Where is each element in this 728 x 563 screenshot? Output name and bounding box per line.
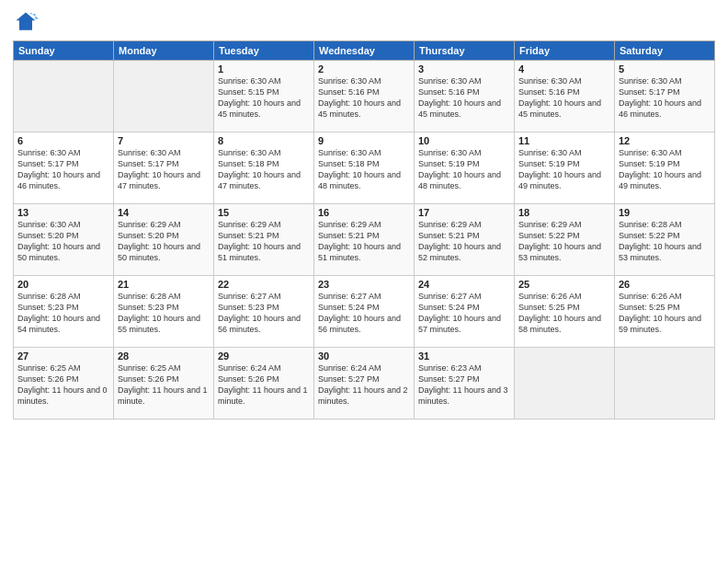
calendar-cell: 19Sunrise: 6:28 AM Sunset: 5:22 PM Dayli…	[615, 204, 715, 276]
calendar-cell: 22Sunrise: 6:27 AM Sunset: 5:23 PM Dayli…	[214, 276, 314, 348]
day-info: Sunrise: 6:30 AM Sunset: 5:19 PM Dayligh…	[518, 147, 610, 192]
day-info: Sunrise: 6:25 AM Sunset: 5:26 PM Dayligh…	[17, 362, 109, 408]
calendar-cell: 14Sunrise: 6:29 AM Sunset: 5:20 PM Dayli…	[114, 204, 214, 276]
day-info: Sunrise: 6:30 AM Sunset: 5:18 PM Dayligh…	[218, 147, 310, 192]
day-number: 5	[619, 63, 711, 75]
day-number: 4	[518, 63, 610, 75]
calendar-week-row: 27Sunrise: 6:25 AM Sunset: 5:26 PM Dayli…	[14, 348, 715, 419]
weekday-header: Monday	[114, 41, 214, 61]
calendar-cell: 31Sunrise: 6:23 AM Sunset: 5:27 PM Dayli…	[415, 348, 515, 419]
day-number: 24	[418, 279, 510, 290]
day-info: Sunrise: 6:26 AM Sunset: 5:25 PM Dayligh…	[619, 291, 711, 336]
day-number: 8	[218, 135, 310, 146]
day-number: 31	[418, 350, 510, 362]
calendar-cell: 8Sunrise: 6:30 AM Sunset: 5:18 PM Daylig…	[214, 132, 314, 204]
calendar-cell: 30Sunrise: 6:24 AM Sunset: 5:27 PM Dayli…	[314, 348, 415, 419]
calendar-cell: 5Sunrise: 6:30 AM Sunset: 5:17 PM Daylig…	[615, 61, 715, 132]
day-info: Sunrise: 6:30 AM Sunset: 5:16 PM Dayligh…	[418, 75, 510, 121]
calendar-cell: 18Sunrise: 6:29 AM Sunset: 5:22 PM Dayli…	[515, 204, 615, 276]
day-number: 27	[17, 350, 109, 362]
calendar-cell: 2Sunrise: 6:30 AM Sunset: 5:16 PM Daylig…	[314, 61, 415, 132]
day-number: 25	[518, 279, 610, 290]
day-number: 19	[619, 207, 711, 218]
day-number: 13	[17, 207, 109, 218]
day-info: Sunrise: 6:28 AM Sunset: 5:23 PM Dayligh…	[118, 291, 210, 336]
calendar-cell: 17Sunrise: 6:29 AM Sunset: 5:21 PM Dayli…	[415, 204, 515, 276]
calendar-cell: 28Sunrise: 6:25 AM Sunset: 5:26 PM Dayli…	[114, 348, 214, 419]
calendar-cell: 1Sunrise: 6:30 AM Sunset: 5:15 PM Daylig…	[214, 61, 314, 132]
calendar-body: 1Sunrise: 6:30 AM Sunset: 5:15 PM Daylig…	[14, 61, 715, 419]
calendar-cell: 12Sunrise: 6:30 AM Sunset: 5:19 PM Dayli…	[615, 132, 715, 204]
day-info: Sunrise: 6:30 AM Sunset: 5:17 PM Dayligh…	[118, 147, 210, 192]
day-info: Sunrise: 6:26 AM Sunset: 5:25 PM Dayligh…	[518, 291, 610, 336]
calendar-cell: 24Sunrise: 6:27 AM Sunset: 5:24 PM Dayli…	[415, 276, 515, 348]
day-info: Sunrise: 6:30 AM Sunset: 5:17 PM Dayligh…	[17, 147, 109, 192]
day-number: 3	[418, 63, 510, 75]
page: SundayMondayTuesdayWednesdayThursdayFrid…	[0, 0, 728, 563]
calendar-cell: 26Sunrise: 6:26 AM Sunset: 5:25 PM Dayli…	[615, 276, 715, 348]
day-info: Sunrise: 6:30 AM Sunset: 5:16 PM Dayligh…	[518, 75, 610, 121]
day-number: 18	[518, 207, 610, 218]
day-info: Sunrise: 6:29 AM Sunset: 5:21 PM Dayligh…	[318, 219, 410, 264]
day-info: Sunrise: 6:30 AM Sunset: 5:19 PM Dayligh…	[619, 147, 711, 192]
logo-icon	[13, 9, 39, 35]
calendar-cell: 6Sunrise: 6:30 AM Sunset: 5:17 PM Daylig…	[14, 132, 114, 204]
day-info: Sunrise: 6:28 AM Sunset: 5:23 PM Dayligh…	[17, 291, 109, 336]
day-number: 26	[619, 279, 711, 290]
day-info: Sunrise: 6:30 AM Sunset: 5:20 PM Dayligh…	[17, 219, 109, 264]
day-number: 15	[218, 207, 310, 218]
day-number: 17	[418, 207, 510, 218]
calendar-cell: 27Sunrise: 6:25 AM Sunset: 5:26 PM Dayli…	[14, 348, 114, 419]
day-number: 21	[118, 279, 210, 290]
day-info: Sunrise: 6:30 AM Sunset: 5:15 PM Dayligh…	[218, 75, 310, 121]
calendar-week-row: 1Sunrise: 6:30 AM Sunset: 5:15 PM Daylig…	[14, 61, 715, 132]
day-number: 30	[318, 350, 410, 362]
day-number: 12	[619, 135, 711, 146]
day-info: Sunrise: 6:25 AM Sunset: 5:26 PM Dayligh…	[118, 362, 210, 408]
day-number: 20	[17, 279, 109, 290]
day-info: Sunrise: 6:27 AM Sunset: 5:24 PM Dayligh…	[418, 291, 510, 336]
calendar-cell: 11Sunrise: 6:30 AM Sunset: 5:19 PM Dayli…	[515, 132, 615, 204]
calendar-cell: 25Sunrise: 6:26 AM Sunset: 5:25 PM Dayli…	[515, 276, 615, 348]
day-info: Sunrise: 6:27 AM Sunset: 5:23 PM Dayligh…	[218, 291, 310, 336]
day-number: 10	[418, 135, 510, 146]
day-info: Sunrise: 6:29 AM Sunset: 5:22 PM Dayligh…	[518, 219, 610, 264]
calendar-cell: 21Sunrise: 6:28 AM Sunset: 5:23 PM Dayli…	[114, 276, 214, 348]
calendar-header-row: SundayMondayTuesdayWednesdayThursdayFrid…	[14, 41, 715, 61]
calendar-cell: 20Sunrise: 6:28 AM Sunset: 5:23 PM Dayli…	[14, 276, 114, 348]
weekday-header: Saturday	[615, 41, 715, 61]
logo	[13, 9, 42, 35]
calendar-cell: 7Sunrise: 6:30 AM Sunset: 5:17 PM Daylig…	[114, 132, 214, 204]
calendar-cell: 13Sunrise: 6:30 AM Sunset: 5:20 PM Dayli…	[14, 204, 114, 276]
day-number: 11	[518, 135, 610, 146]
calendar-cell	[615, 348, 715, 419]
day-number: 23	[318, 279, 410, 290]
day-number: 6	[17, 135, 109, 146]
day-info: Sunrise: 6:23 AM Sunset: 5:27 PM Dayligh…	[418, 362, 510, 408]
day-info: Sunrise: 6:30 AM Sunset: 5:18 PM Dayligh…	[318, 147, 410, 192]
calendar-week-row: 20Sunrise: 6:28 AM Sunset: 5:23 PM Dayli…	[14, 276, 715, 348]
weekday-header: Sunday	[14, 41, 114, 61]
calendar-cell: 9Sunrise: 6:30 AM Sunset: 5:18 PM Daylig…	[314, 132, 415, 204]
day-info: Sunrise: 6:24 AM Sunset: 5:26 PM Dayligh…	[218, 362, 310, 408]
svg-marker-0	[17, 13, 36, 30]
calendar-week-row: 6Sunrise: 6:30 AM Sunset: 5:17 PM Daylig…	[14, 132, 715, 204]
header	[13, 9, 715, 35]
weekday-header: Wednesday	[314, 41, 415, 61]
day-number: 7	[118, 135, 210, 146]
day-info: Sunrise: 6:30 AM Sunset: 5:19 PM Dayligh…	[418, 147, 510, 192]
day-info: Sunrise: 6:27 AM Sunset: 5:24 PM Dayligh…	[318, 291, 410, 336]
day-info: Sunrise: 6:29 AM Sunset: 5:21 PM Dayligh…	[418, 219, 510, 264]
calendar-cell: 15Sunrise: 6:29 AM Sunset: 5:21 PM Dayli…	[214, 204, 314, 276]
day-info: Sunrise: 6:29 AM Sunset: 5:21 PM Dayligh…	[218, 219, 310, 264]
weekday-header: Tuesday	[214, 41, 314, 61]
day-number: 28	[118, 350, 210, 362]
day-info: Sunrise: 6:24 AM Sunset: 5:27 PM Dayligh…	[318, 362, 410, 408]
day-info: Sunrise: 6:30 AM Sunset: 5:17 PM Dayligh…	[619, 75, 711, 121]
calendar-cell: 29Sunrise: 6:24 AM Sunset: 5:26 PM Dayli…	[214, 348, 314, 419]
calendar-cell	[515, 348, 615, 419]
calendar: SundayMondayTuesdayWednesdayThursdayFrid…	[13, 40, 715, 419]
weekday-header: Friday	[515, 41, 615, 61]
day-info: Sunrise: 6:30 AM Sunset: 5:16 PM Dayligh…	[318, 75, 410, 121]
calendar-cell	[14, 61, 114, 132]
